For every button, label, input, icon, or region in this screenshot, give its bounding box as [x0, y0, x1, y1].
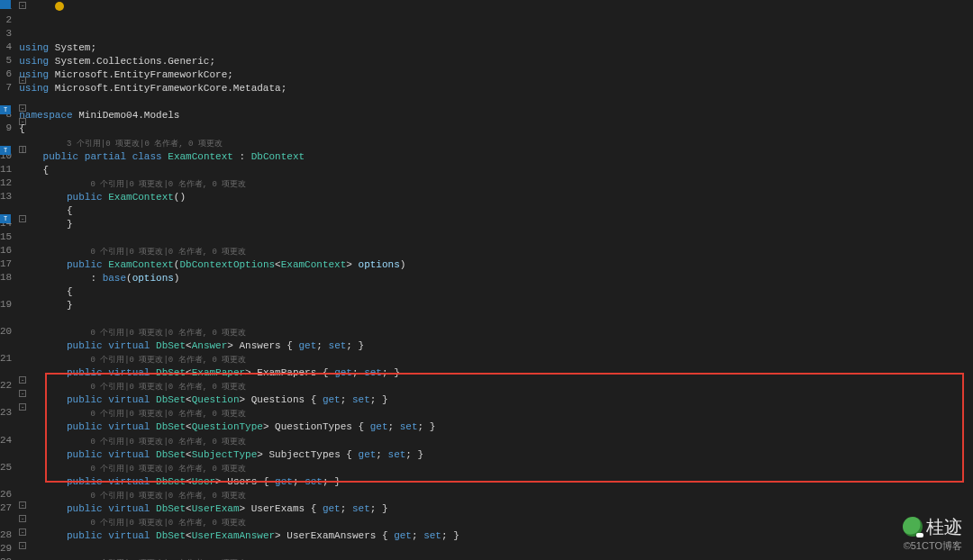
code-line[interactable]: }: [19, 299, 973, 312]
code-line[interactable]: public virtual DbSet<QuestionType> Quest…: [19, 420, 973, 434]
code-line[interactable]: public partial class ExamContext : DbCon…: [19, 150, 973, 164]
code-line[interactable]: using Microsoft.EntityFrameworkCore;: [19, 68, 973, 82]
code-line[interactable]: [19, 312, 973, 326]
code-line[interactable]: 0 个引用|0 项更改|0 名作者, 0 项更改: [19, 516, 973, 529]
line-number: 18: [0, 271, 12, 285]
bookmark-icon[interactable]: T: [0, 105, 11, 114]
line-number: [0, 447, 12, 461]
code-line[interactable]: [19, 543, 973, 556]
line-number: 16: [0, 244, 12, 257]
code-line[interactable]: [19, 231, 973, 245]
code-line[interactable]: 0 个引用|0 项更改|0 名作者, 0 项更改: [19, 353, 973, 366]
line-number: 5: [0, 54, 12, 68]
line-number: [0, 420, 12, 433]
line-number: 12: [0, 176, 12, 190]
code-line[interactable]: 0 个引用|0 项更改|0 名作者, 0 项更改: [19, 435, 973, 448]
code-line[interactable]: {: [19, 285, 973, 299]
code-line[interactable]: 0 个引用|0 项更改|0 名作者, 0 项更改: [19, 462, 973, 475]
line-number: 11: [0, 163, 12, 176]
line-number: 30: [0, 555, 12, 560]
line-number: 20: [0, 325, 12, 339]
line-number: 17: [0, 257, 12, 271]
line-number: [0, 312, 12, 325]
code-line[interactable]: }: [19, 218, 973, 231]
code-line[interactable]: namespace MiniDemo04.Models: [19, 109, 973, 122]
line-number-gutter: 1234567891011121314151617181920212223242…: [0, 0, 17, 560]
line-number: 4: [0, 41, 12, 54]
code-line[interactable]: public virtual DbSet<ExamPaper> ExamPape…: [19, 366, 973, 380]
code-line[interactable]: : base(options): [19, 272, 973, 285]
lightbulb-icon[interactable]: [55, 2, 64, 11]
code-line[interactable]: 0 个引用|0 项更改|0 名作者, 0 项更改: [19, 489, 973, 502]
code-line[interactable]: 0 个引用|0 项更改|0 名作者, 0 项更改: [19, 177, 973, 191]
wechat-icon: [903, 517, 923, 537]
line-number: 29: [0, 542, 12, 555]
code-line[interactable]: 3 个引用|0 项更改|0 名作者, 0 项更改: [19, 137, 973, 150]
line-number: 25: [0, 461, 12, 474]
watermark-site: ©51CTO博客: [903, 539, 962, 553]
code-line[interactable]: 0 个引用|0 项更改|0 名作者, 0 项更改: [19, 245, 973, 258]
line-number: [0, 339, 12, 352]
line-number: 6: [0, 68, 12, 81]
code-line[interactable]: {: [19, 122, 973, 136]
code-line[interactable]: 0 个引用|0 项更改|0 名作者, 0 项更改: [19, 556, 973, 560]
code-line[interactable]: 0 个引用|0 项更改|0 名作者, 0 项更改: [19, 380, 973, 393]
line-number: 26: [0, 488, 12, 501]
line-number: 9: [0, 122, 12, 135]
line-number: [0, 474, 12, 488]
code-line[interactable]: {: [19, 164, 973, 177]
code-line[interactable]: 0 个引用|0 项更改|0 名作者, 0 项更改: [19, 407, 973, 420]
code-line[interactable]: public ExamContext(DbContextOptions<Exam…: [19, 258, 973, 272]
code-area[interactable]: using System;using System.Collections.Ge…: [17, 0, 973, 560]
code-editor[interactable]: TTT 123456789101112131415161718192021222…: [0, 0, 973, 560]
line-number: 22: [0, 379, 12, 393]
line-number: 23: [0, 406, 12, 420]
line-number: 7: [0, 81, 12, 95]
line-number: [0, 515, 12, 528]
bookmark-icon[interactable]: T: [0, 214, 11, 223]
code-line[interactable]: {: [19, 204, 973, 218]
code-line[interactable]: public virtual DbSet<UserExam> UserExams…: [19, 502, 973, 516]
code-line[interactable]: using Microsoft.EntityFrameworkCore.Meta…: [19, 82, 973, 95]
code-line[interactable]: public virtual DbSet<Question> Questions…: [19, 393, 973, 407]
line-number: 13: [0, 190, 12, 203]
code-line[interactable]: public virtual DbSet<UserExamAnswer> Use…: [19, 529, 973, 543]
bookmark-icon[interactable]: [0, 0, 11, 9]
code-line[interactable]: using System.Collections.Generic;: [19, 55, 973, 68]
bookmark-icon[interactable]: T: [0, 146, 11, 155]
line-number: 3: [0, 27, 12, 41]
line-number: 24: [0, 434, 12, 447]
code-line[interactable]: 0 个引用|0 项更改|0 名作者, 0 项更改: [19, 326, 973, 339]
line-number: 19: [0, 298, 12, 312]
code-line[interactable]: [19, 95, 973, 109]
line-number: 2: [0, 14, 12, 27]
line-number: 15: [0, 230, 12, 244]
code-line[interactable]: public virtual DbSet<User> Users { get; …: [19, 475, 973, 489]
code-line[interactable]: public virtual DbSet<SubjectType> Subjec…: [19, 448, 973, 462]
line-number: [0, 285, 12, 298]
watermark-name: 桂迹: [926, 514, 962, 539]
line-number: [0, 393, 12, 406]
code-line[interactable]: public virtual DbSet<Answer> Answers { g…: [19, 339, 973, 353]
line-number: [0, 366, 12, 379]
code-line[interactable]: using System;: [19, 41, 973, 55]
line-number: 28: [0, 528, 12, 542]
line-number: 27: [0, 501, 12, 515]
watermark: 桂迹 ©51CTO博客: [903, 514, 962, 553]
code-line[interactable]: public ExamContext(): [19, 191, 973, 204]
line-number: 21: [0, 352, 12, 366]
